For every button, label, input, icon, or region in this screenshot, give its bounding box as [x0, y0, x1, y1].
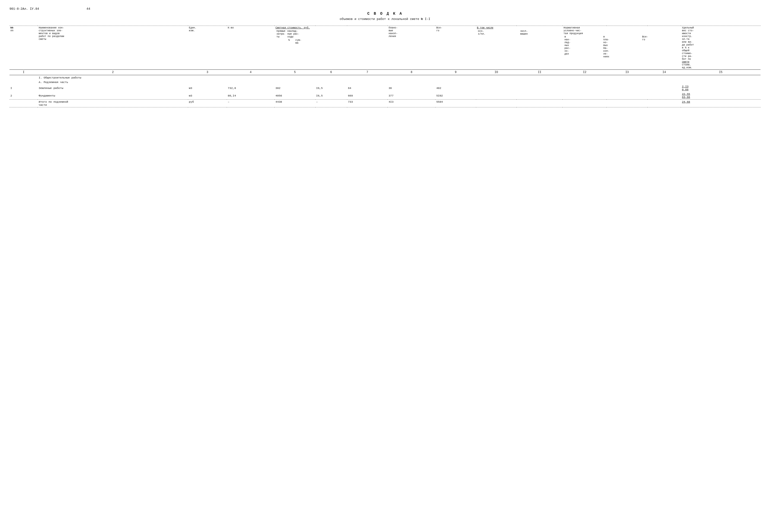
col-num-8: 8 — [388, 70, 435, 75]
col-num-1: I — [9, 70, 38, 75]
subsection-num — [9, 80, 38, 84]
row-2-name: Фундаменты — [38, 92, 188, 100]
col-header-smetnaya: Сметная стоимость, руб. прямыезатра-ты н… — [275, 26, 388, 70]
page-title: С В О Д К А — [9, 12, 761, 16]
total-naklad-r — [563, 100, 607, 107]
section-row-1: I. Общестроительные работы — [9, 75, 761, 80]
total-pla-r — [607, 100, 647, 107]
total-udel: 24,68 — [681, 100, 761, 107]
subsection-title-a: А. Подземная часть — [38, 80, 761, 84]
row-2-udel: 22,55 63,66 — [681, 92, 761, 100]
row-2-pryam: 4056 — [275, 92, 315, 100]
data-row-2: 2 Фундаменты м3 80,I4 4056 I6,5 669 377 … — [9, 92, 761, 100]
row-1-unit: м3 — [188, 84, 227, 92]
col-num-7: 7 — [347, 70, 388, 75]
total-vsego-r — [647, 100, 681, 107]
doc-code: Ал. IУ.84 — [23, 7, 39, 11]
section-num — [9, 75, 38, 80]
row-1-num: I — [9, 84, 38, 92]
col-header-plano: Плано-выенакоп-ления — [388, 26, 435, 70]
row-1-naklad-pct: I6,5 — [315, 84, 347, 92]
col-num-4: 4 — [227, 70, 275, 75]
col-num-2: 2 — [38, 70, 188, 75]
col-num-13: I3 — [607, 70, 647, 75]
row-1-udel: 2,I3 0,66 — [681, 84, 761, 92]
row-1-name: Земляные работы — [38, 84, 188, 92]
main-table: №№пп Наименование кон-структивных эле-ме… — [9, 26, 761, 107]
col-num-12: I2 — [563, 70, 607, 75]
total-row-underground: Итого по подземнойчасти руб – 4438 – 733… — [9, 100, 761, 107]
page-number: 44 — [87, 7, 90, 11]
col-header-name: Наименование кон-структивных эле-ментов … — [38, 26, 188, 70]
total-num — [9, 100, 38, 107]
total-kvo: – — [227, 100, 275, 107]
col-header-kvo: К-во — [227, 26, 275, 70]
col-num-14: I4 — [647, 70, 681, 75]
col-num-15: I5 — [681, 70, 761, 75]
row-2-ekspl — [517, 92, 563, 100]
row-2-plano: 377 — [388, 92, 435, 100]
col-num-5: 5 — [275, 70, 315, 75]
row-2-naklad-r — [563, 92, 607, 100]
col-num-9: 9 — [435, 70, 476, 75]
row-1-naklad-r — [563, 84, 607, 92]
total-plano: 4I3 — [388, 100, 435, 107]
row-1-vsego-r — [647, 84, 681, 92]
row-1-pla-r — [607, 84, 647, 92]
total-vsego: 5584 — [435, 100, 476, 107]
col-header-num: №№пп — [9, 26, 38, 70]
row-2-pla-r — [607, 92, 647, 100]
row-1-naklad-sum: 64 — [347, 84, 388, 92]
row-2-vsego: 5I02 — [435, 92, 476, 100]
row-2-kvo: 80,I4 — [227, 92, 275, 100]
total-osn — [476, 100, 517, 107]
total-naklad-sum: 733 — [347, 100, 388, 107]
data-row-1: I Земляные работы м3 732,8 382 I6,5 64 3… — [9, 84, 761, 92]
column-numbers-row: I 2 3 4 5 6 7 8 9 IO II I2 I3 I4 I5 — [9, 70, 761, 75]
col-num-6: 6 — [315, 70, 347, 75]
row-2-unit: м3 — [188, 92, 227, 100]
row-1-kvo: 732,8 — [227, 84, 275, 92]
total-naklad-pct: – — [315, 100, 347, 107]
col-header-unit: Един.изм. — [188, 26, 227, 70]
row-2-num: 2 — [9, 92, 38, 100]
doc-number: 901-8-2 — [9, 7, 23, 11]
total-unit: руб — [188, 100, 227, 107]
total-name: Итого по подземнойчасти — [38, 100, 188, 107]
section-title-1: I. Общестроительные работы — [38, 75, 761, 80]
col-header-normativnaya: Нормативнаяусловно-чис-тая продукция вна… — [563, 26, 681, 70]
row-2-naklad-sum: 669 — [347, 92, 388, 100]
total-ekspl — [517, 100, 563, 107]
subsection-row-a: А. Подземная часть — [9, 80, 761, 84]
row-2-vsego-r — [647, 92, 681, 100]
row-1-plano: 36 — [388, 84, 435, 92]
col-num-11: II — [517, 70, 563, 75]
col-num-3: 3 — [188, 70, 227, 75]
row-1-pryam: 382 — [275, 84, 315, 92]
row-1-osn — [476, 84, 517, 92]
col-header-udel: Удельныйвес сто-имостиконстр.эл-таили ви… — [681, 26, 761, 70]
row-2-naklad-pct: I6,5 — [315, 92, 347, 100]
total-pryam: 4438 — [275, 100, 315, 107]
row-1-vsego: 482 — [435, 84, 476, 92]
col-header-vsego: Все-го — [435, 26, 476, 70]
col-num-10: IO — [476, 70, 517, 75]
page-subtitle: объемов и стоимости работ к локальной см… — [9, 17, 761, 21]
row-1-ekspl — [517, 84, 563, 92]
row-2-osn — [476, 92, 517, 100]
col-header-vtomchisle: В том числе осн.з/пл. эксл.машин — [476, 26, 563, 70]
